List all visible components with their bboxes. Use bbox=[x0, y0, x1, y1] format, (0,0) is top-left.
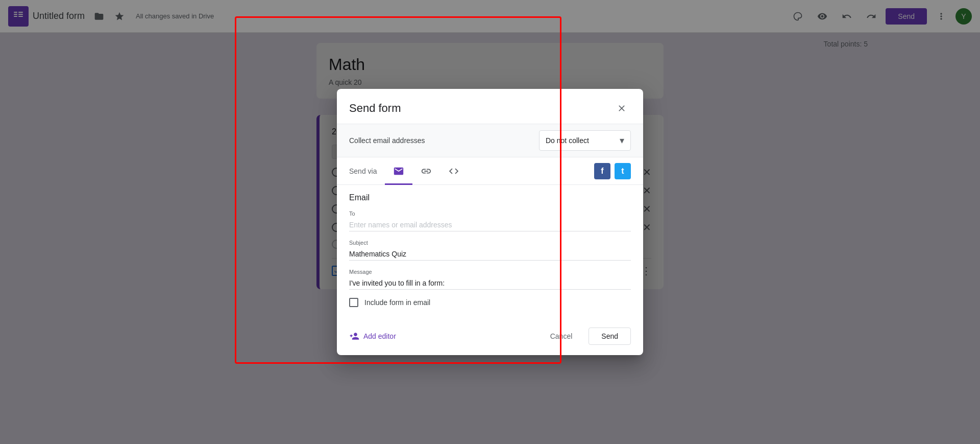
include-form-checkbox[interactable] bbox=[349, 298, 358, 307]
facebook-share-btn[interactable]: f bbox=[594, 163, 610, 179]
embed-tab-icon bbox=[448, 166, 459, 179]
collect-email-value: Do not collect bbox=[546, 136, 607, 145]
dialog-title: Send form bbox=[349, 102, 401, 115]
add-editor-label: Add editor bbox=[363, 332, 396, 340]
cancel-button[interactable]: Cancel bbox=[538, 328, 585, 345]
modal-overlay: Send form Collect email addresses Do not… bbox=[0, 0, 980, 444]
close-dialog-button[interactable] bbox=[612, 99, 631, 118]
include-form-label: Include form in email bbox=[364, 298, 430, 307]
to-input[interactable] bbox=[349, 219, 631, 231]
dialog-send-button[interactable]: Send bbox=[589, 328, 631, 345]
facebook-icon-letter: f bbox=[601, 167, 603, 176]
include-form-row: Include form in email bbox=[349, 298, 631, 307]
message-label: Message bbox=[349, 269, 631, 275]
message-field-group: Message bbox=[349, 269, 631, 290]
tab-email[interactable] bbox=[385, 161, 412, 185]
tab-link[interactable] bbox=[412, 161, 440, 185]
dialog-body: Email To Subject Message Include form in… bbox=[337, 185, 643, 323]
subject-label: Subject bbox=[349, 240, 631, 246]
send-via-label: Send via bbox=[349, 167, 377, 179]
add-editor-button[interactable]: Add editor bbox=[349, 331, 396, 341]
email-section-title: Email bbox=[349, 193, 631, 202]
to-field-group: To bbox=[349, 211, 631, 231]
send-via-row: Send via f t bbox=[337, 157, 643, 185]
footer-actions: Cancel Send bbox=[538, 328, 631, 345]
social-icons: f t bbox=[594, 163, 631, 183]
twitter-share-btn[interactable]: t bbox=[615, 163, 631, 179]
twitter-icon-letter: t bbox=[621, 167, 624, 176]
to-label: To bbox=[349, 211, 631, 217]
message-input[interactable] bbox=[349, 277, 631, 290]
send-form-dialog: Send form Collect email addresses Do not… bbox=[337, 89, 643, 355]
collect-email-label: Collect email addresses bbox=[349, 136, 425, 145]
subject-input[interactable] bbox=[349, 248, 631, 261]
subject-field-group: Subject bbox=[349, 240, 631, 261]
tab-embed[interactable] bbox=[440, 161, 468, 185]
dialog-footer: Add editor Cancel Send bbox=[337, 323, 643, 355]
link-tab-icon bbox=[421, 166, 432, 179]
collect-email-row: Collect email addresses Do not collect ▾ bbox=[337, 124, 643, 157]
email-tab-icon bbox=[393, 166, 404, 179]
collect-email-select[interactable]: Do not collect ▾ bbox=[539, 130, 631, 151]
collect-dropdown-arrow: ▾ bbox=[620, 135, 624, 146]
dialog-header: Send form bbox=[337, 89, 643, 124]
